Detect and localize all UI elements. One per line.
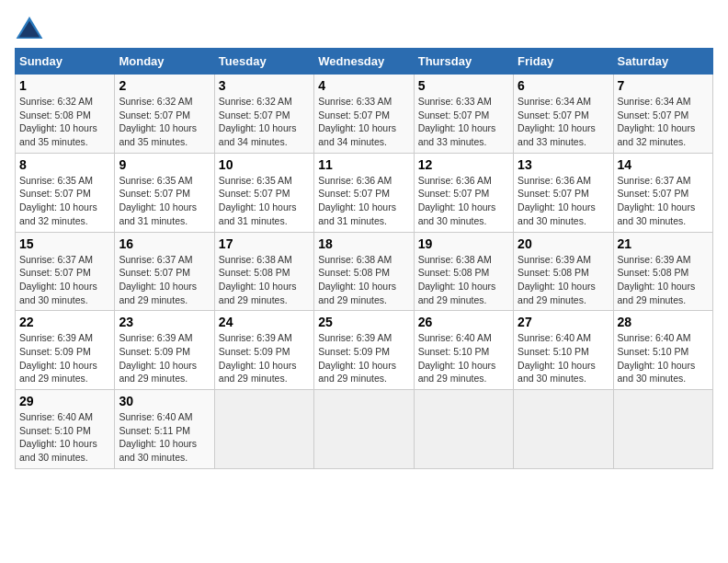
logo xyxy=(15,15,48,40)
day-info: Sunrise: 6:33 AM Sunset: 5:07 PM Dayligh… xyxy=(418,95,509,149)
day-info: Sunrise: 6:40 AM Sunset: 5:11 PM Dayligh… xyxy=(119,410,210,465)
day-number: 4 xyxy=(318,78,409,93)
day-number: 20 xyxy=(518,236,609,251)
weekday-header-tuesday: Tuesday xyxy=(214,49,313,75)
calendar-header-row: SundayMondayTuesdayWednesdayThursdayFrid… xyxy=(16,49,713,75)
day-info: Sunrise: 6:38 AM Sunset: 5:08 PM Dayligh… xyxy=(219,253,310,307)
day-info: Sunrise: 6:37 AM Sunset: 5:07 PM Dayligh… xyxy=(19,253,110,307)
day-number: 6 xyxy=(518,78,609,93)
day-number: 21 xyxy=(618,236,709,251)
calendar-week-row: 1Sunrise: 6:32 AM Sunset: 5:08 PM Daylig… xyxy=(16,75,713,154)
day-number: 10 xyxy=(219,157,310,172)
day-info: Sunrise: 6:33 AM Sunset: 5:07 PM Dayligh… xyxy=(318,95,409,149)
calendar-cell: 10Sunrise: 6:35 AM Sunset: 5:07 PM Dayli… xyxy=(214,153,313,232)
calendar-cell: 8Sunrise: 6:35 AM Sunset: 5:07 PM Daylig… xyxy=(16,153,115,232)
day-info: Sunrise: 6:37 AM Sunset: 5:07 PM Dayligh… xyxy=(119,253,210,307)
day-number: 3 xyxy=(219,78,310,93)
calendar-cell: 7Sunrise: 6:34 AM Sunset: 5:07 PM Daylig… xyxy=(613,75,712,154)
day-number: 2 xyxy=(119,78,210,93)
calendar-cell: 28Sunrise: 6:40 AM Sunset: 5:10 PM Dayli… xyxy=(613,311,712,390)
day-number: 17 xyxy=(219,236,310,251)
day-info: Sunrise: 6:35 AM Sunset: 5:07 PM Dayligh… xyxy=(19,174,110,228)
day-info: Sunrise: 6:39 AM Sunset: 5:08 PM Dayligh… xyxy=(618,253,709,307)
day-info: Sunrise: 6:32 AM Sunset: 5:08 PM Dayligh… xyxy=(19,95,110,149)
day-info: Sunrise: 6:40 AM Sunset: 5:10 PM Dayligh… xyxy=(19,410,110,465)
calendar-cell: 22Sunrise: 6:39 AM Sunset: 5:09 PM Dayli… xyxy=(16,311,115,390)
calendar-cell: 12Sunrise: 6:36 AM Sunset: 5:07 PM Dayli… xyxy=(414,153,513,232)
day-number: 12 xyxy=(418,157,509,172)
calendar-cell: 19Sunrise: 6:38 AM Sunset: 5:08 PM Dayli… xyxy=(414,232,513,311)
calendar-cell: 29Sunrise: 6:40 AM Sunset: 5:10 PM Dayli… xyxy=(16,390,115,469)
calendar-week-row: 8Sunrise: 6:35 AM Sunset: 5:07 PM Daylig… xyxy=(16,153,713,232)
calendar-cell: 6Sunrise: 6:34 AM Sunset: 5:07 PM Daylig… xyxy=(514,75,613,154)
day-info: Sunrise: 6:35 AM Sunset: 5:07 PM Dayligh… xyxy=(219,174,310,228)
day-number: 16 xyxy=(119,236,210,251)
day-info: Sunrise: 6:36 AM Sunset: 5:07 PM Dayligh… xyxy=(518,174,609,228)
calendar-cell: 2Sunrise: 6:32 AM Sunset: 5:07 PM Daylig… xyxy=(115,75,214,154)
calendar-cell: 18Sunrise: 6:38 AM Sunset: 5:08 PM Dayli… xyxy=(314,232,414,311)
day-number: 27 xyxy=(518,315,609,329)
calendar-cell: 17Sunrise: 6:38 AM Sunset: 5:08 PM Dayli… xyxy=(214,232,313,311)
day-info: Sunrise: 6:40 AM Sunset: 5:10 PM Dayligh… xyxy=(618,331,709,385)
calendar-cell: 27Sunrise: 6:40 AM Sunset: 5:10 PM Dayli… xyxy=(514,311,613,390)
day-number: 29 xyxy=(19,394,110,408)
day-number: 30 xyxy=(119,394,210,408)
calendar-cell: 3Sunrise: 6:32 AM Sunset: 5:07 PM Daylig… xyxy=(214,75,313,154)
day-number: 23 xyxy=(119,315,210,329)
day-info: Sunrise: 6:39 AM Sunset: 5:09 PM Dayligh… xyxy=(119,331,210,385)
day-info: Sunrise: 6:38 AM Sunset: 5:08 PM Dayligh… xyxy=(318,253,409,307)
day-info: Sunrise: 6:39 AM Sunset: 5:09 PM Dayligh… xyxy=(318,331,409,385)
calendar-cell: 13Sunrise: 6:36 AM Sunset: 5:07 PM Dayli… xyxy=(514,153,613,232)
day-info: Sunrise: 6:36 AM Sunset: 5:07 PM Dayligh… xyxy=(318,174,409,228)
day-number: 5 xyxy=(418,78,509,93)
day-info: Sunrise: 6:40 AM Sunset: 5:10 PM Dayligh… xyxy=(418,331,509,385)
calendar-cell xyxy=(514,390,613,469)
calendar-cell: 20Sunrise: 6:39 AM Sunset: 5:08 PM Dayli… xyxy=(514,232,613,311)
calendar-cell: 5Sunrise: 6:33 AM Sunset: 5:07 PM Daylig… xyxy=(414,75,513,154)
day-info: Sunrise: 6:39 AM Sunset: 5:09 PM Dayligh… xyxy=(19,331,110,385)
calendar-cell xyxy=(613,390,712,469)
day-info: Sunrise: 6:34 AM Sunset: 5:07 PM Dayligh… xyxy=(518,95,609,149)
day-number: 26 xyxy=(418,315,509,329)
calendar-table: SundayMondayTuesdayWednesdayThursdayFrid… xyxy=(15,48,713,469)
calendar-week-row: 29Sunrise: 6:40 AM Sunset: 5:10 PM Dayli… xyxy=(16,390,713,469)
day-number: 14 xyxy=(618,157,709,172)
day-number: 1 xyxy=(19,78,110,93)
calendar-cell: 26Sunrise: 6:40 AM Sunset: 5:10 PM Dayli… xyxy=(414,311,513,390)
day-number: 15 xyxy=(19,236,110,251)
day-number: 11 xyxy=(318,157,409,172)
calendar-cell: 4Sunrise: 6:33 AM Sunset: 5:07 PM Daylig… xyxy=(314,75,414,154)
calendar-cell: 9Sunrise: 6:35 AM Sunset: 5:07 PM Daylig… xyxy=(115,153,214,232)
day-info: Sunrise: 6:39 AM Sunset: 5:08 PM Dayligh… xyxy=(518,253,609,307)
calendar-week-row: 15Sunrise: 6:37 AM Sunset: 5:07 PM Dayli… xyxy=(16,232,713,311)
day-info: Sunrise: 6:39 AM Sunset: 5:09 PM Dayligh… xyxy=(219,331,310,385)
calendar-cell: 1Sunrise: 6:32 AM Sunset: 5:08 PM Daylig… xyxy=(16,75,115,154)
calendar-cell: 16Sunrise: 6:37 AM Sunset: 5:07 PM Dayli… xyxy=(115,232,214,311)
logo-icon xyxy=(15,15,44,40)
day-info: Sunrise: 6:36 AM Sunset: 5:07 PM Dayligh… xyxy=(418,174,509,228)
day-number: 8 xyxy=(19,157,110,172)
weekday-header-wednesday: Wednesday xyxy=(314,49,414,75)
calendar-cell xyxy=(414,390,513,469)
calendar-cell: 11Sunrise: 6:36 AM Sunset: 5:07 PM Dayli… xyxy=(314,153,414,232)
day-info: Sunrise: 6:32 AM Sunset: 5:07 PM Dayligh… xyxy=(219,95,310,149)
day-number: 7 xyxy=(618,78,709,93)
weekday-header-saturday: Saturday xyxy=(613,49,712,75)
page-header xyxy=(15,15,713,40)
calendar-cell xyxy=(314,390,414,469)
day-info: Sunrise: 6:38 AM Sunset: 5:08 PM Dayligh… xyxy=(418,253,509,307)
calendar-week-row: 22Sunrise: 6:39 AM Sunset: 5:09 PM Dayli… xyxy=(16,311,713,390)
weekday-header-thursday: Thursday xyxy=(414,49,513,75)
weekday-header-monday: Monday xyxy=(115,49,214,75)
calendar-cell: 14Sunrise: 6:37 AM Sunset: 5:07 PM Dayli… xyxy=(613,153,712,232)
calendar-cell: 24Sunrise: 6:39 AM Sunset: 5:09 PM Dayli… xyxy=(214,311,313,390)
day-number: 24 xyxy=(219,315,310,329)
day-info: Sunrise: 6:37 AM Sunset: 5:07 PM Dayligh… xyxy=(618,174,709,228)
calendar-cell: 30Sunrise: 6:40 AM Sunset: 5:11 PM Dayli… xyxy=(115,390,214,469)
day-info: Sunrise: 6:40 AM Sunset: 5:10 PM Dayligh… xyxy=(518,331,609,385)
calendar-cell: 21Sunrise: 6:39 AM Sunset: 5:08 PM Dayli… xyxy=(613,232,712,311)
calendar-cell: 25Sunrise: 6:39 AM Sunset: 5:09 PM Dayli… xyxy=(314,311,414,390)
day-number: 25 xyxy=(318,315,409,329)
calendar-cell: 23Sunrise: 6:39 AM Sunset: 5:09 PM Dayli… xyxy=(115,311,214,390)
day-number: 19 xyxy=(418,236,509,251)
